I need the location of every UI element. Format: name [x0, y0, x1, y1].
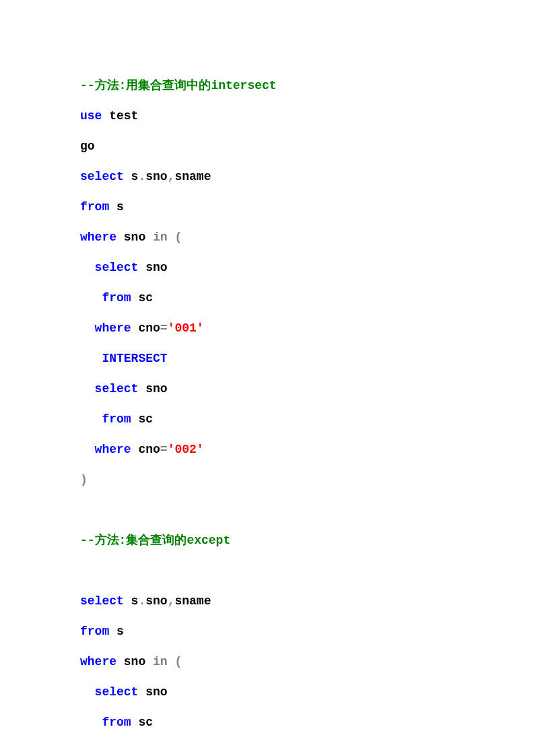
token-keyword: where [80, 655, 116, 668]
code-line: from sc [80, 404, 534, 435]
code-line: select sno [80, 253, 534, 283]
token-comment: --方法:用集合查询中的intersect [80, 79, 277, 92]
code-line: from s [80, 617, 534, 647]
token-ident: cno [131, 443, 160, 456]
code-line: from sc [80, 283, 534, 313]
token-punct: , [168, 170, 175, 183]
code-line: INTERSECT [80, 344, 534, 374]
token-keyword: select [80, 170, 124, 183]
token-ident: sno [145, 170, 167, 183]
token-keyword: INTERSECT [102, 352, 167, 365]
token-ident [80, 412, 102, 426]
code-line: go [80, 131, 534, 162]
code-line: use test [80, 101, 534, 131]
code-line [80, 556, 534, 586]
code-line: from sc [80, 707, 534, 738]
code-line: ) [80, 465, 534, 495]
token-ident [80, 503, 88, 517]
token-ident: sname [174, 170, 211, 183]
code-line: where sno in ( [80, 222, 534, 253]
token-keyword: where [80, 230, 116, 244]
token-keyword: from [102, 291, 131, 305]
token-punct: = [160, 321, 168, 335]
code-line: from s [80, 192, 534, 222]
token-keyword: select [95, 685, 139, 699]
token-ident: s [124, 170, 139, 183]
token-punct: ) [80, 473, 88, 486]
token-keyword: from [80, 200, 109, 214]
token-ident: sno [138, 261, 167, 274]
code-line: select s.sno,sname [80, 586, 534, 617]
token-ident: sno [138, 685, 167, 699]
code-line: where sno in ( [80, 647, 534, 677]
token-ident [80, 382, 95, 396]
token-keyword: from [102, 412, 131, 426]
token-comment: --方法:集合查询的except [80, 534, 230, 547]
code-line: --方法:用集合查询中的intersect [80, 71, 534, 101]
token-ident: go [80, 139, 95, 153]
token-keyword: select [95, 382, 139, 396]
token-ident: sno [138, 382, 167, 396]
token-ident [80, 261, 95, 274]
code-line: select s.sno,sname [80, 162, 534, 192]
token-ident: sno [116, 655, 153, 668]
token-keyword: from [102, 716, 131, 729]
token-ident: test [102, 109, 138, 123]
token-keyword: where [95, 443, 131, 456]
token-ident: s [109, 625, 124, 638]
token-punct: = [160, 443, 168, 456]
token-punct: , [168, 594, 175, 608]
token-punct: . [138, 170, 145, 183]
token-keyword: use [80, 109, 102, 123]
token-ident [80, 716, 102, 729]
token-ident: cno [131, 321, 160, 335]
token-punct: . [138, 594, 145, 608]
token-keyword: select [80, 594, 124, 608]
token-ident [80, 321, 95, 335]
token-ident [80, 564, 88, 577]
token-ident: sname [174, 594, 211, 608]
code-line: --方法:集合查询的except [80, 526, 534, 556]
token-keyword: where [95, 321, 131, 335]
token-keyword: select [95, 261, 139, 274]
token-punct: in ( [153, 230, 182, 244]
code-page: --方法:用集合查询中的intersectuse testgoselect s.… [0, 0, 534, 738]
token-ident: s [109, 200, 124, 214]
code-line [80, 495, 534, 526]
token-ident [80, 443, 95, 456]
token-ident [80, 685, 95, 699]
token-keyword: from [80, 625, 109, 638]
code-line: select sno [80, 374, 534, 404]
code-line: select sno [80, 677, 534, 707]
token-ident: sc [131, 291, 153, 305]
token-ident: sc [131, 412, 153, 426]
code-line: where cno='001' [80, 313, 534, 344]
token-ident [80, 291, 102, 305]
token-ident: sno [116, 230, 153, 244]
token-ident: sc [131, 716, 153, 729]
token-ident: s [124, 594, 139, 608]
code-line: where cno='002' [80, 435, 534, 465]
token-ident [80, 352, 102, 365]
token-ident: sno [145, 594, 167, 608]
token-string: '002' [168, 443, 204, 456]
token-punct: in ( [153, 655, 182, 668]
token-string: '001' [168, 321, 204, 335]
